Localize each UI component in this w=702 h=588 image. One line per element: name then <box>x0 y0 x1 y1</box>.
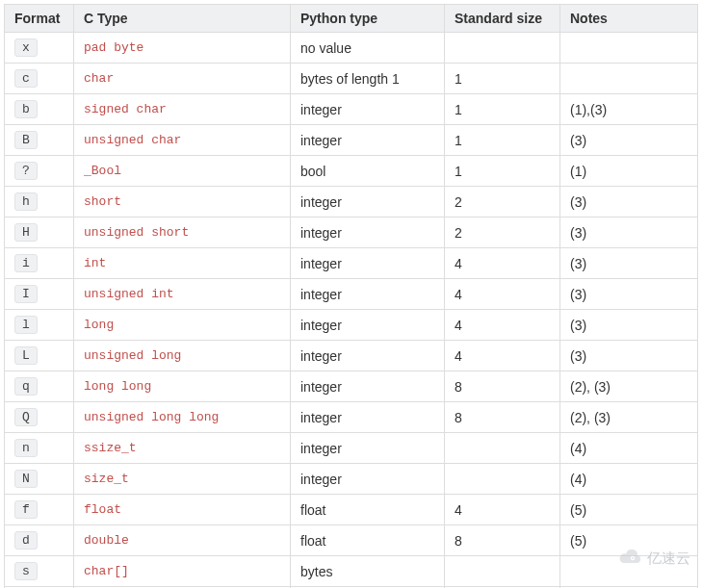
cell-size: 4 <box>445 341 560 371</box>
header-notes: Notes <box>560 5 698 33</box>
cell-format: L <box>5 341 74 371</box>
format-badge: b <box>14 100 38 118</box>
cell-format: n <box>5 433 74 464</box>
table-row: Lunsigned longinteger4(3) <box>5 341 698 371</box>
header-pytype: Python type <box>291 5 445 33</box>
cell-ctype: int <box>74 248 291 279</box>
cell-ctype: _Bool <box>74 156 291 187</box>
cell-size: 4 <box>445 279 560 310</box>
format-badge: I <box>14 285 38 303</box>
cell-ctype: double <box>74 525 291 556</box>
cell-size: 1 <box>445 156 560 187</box>
cell-format: i <box>5 248 74 279</box>
cell-pytype: integer <box>291 187 445 217</box>
format-badge: N <box>14 470 38 488</box>
format-badge: l <box>14 316 38 334</box>
table-row: bsigned charinteger1(1),(3) <box>5 94 698 125</box>
cell-format: l <box>5 310 74 341</box>
cell-size: 2 <box>445 187 560 217</box>
cell-ctype: unsigned int <box>74 279 291 310</box>
cell-ctype: unsigned char <box>74 125 291 156</box>
cell-notes: (2), (3) <box>560 402 698 433</box>
cell-pytype: bytes of length 1 <box>291 64 445 94</box>
table-row: ?_Boolbool1(1) <box>5 156 698 187</box>
cell-notes: (5) <box>560 525 698 556</box>
cell-notes <box>560 33 698 64</box>
format-badge: x <box>14 38 38 57</box>
cell-format: ? <box>5 156 74 187</box>
format-badge: s <box>14 562 38 580</box>
table-row: ffloatfloat4(5) <box>5 495 698 525</box>
cell-notes: (3) <box>560 217 698 248</box>
cell-notes: (3) <box>560 187 698 217</box>
cell-format: b <box>5 94 74 125</box>
format-badge: ? <box>14 162 38 180</box>
cell-format: h <box>5 187 74 217</box>
cell-size: 8 <box>445 402 560 433</box>
cell-ctype: float <box>74 495 291 525</box>
cell-size <box>445 433 560 464</box>
cell-format: I <box>5 279 74 310</box>
cell-size: 8 <box>445 525 560 556</box>
cell-format: x <box>5 33 74 64</box>
table-row: xpad byteno value <box>5 33 698 64</box>
cell-pytype: bool <box>291 156 445 187</box>
cell-size: 1 <box>445 125 560 156</box>
cell-ctype: signed char <box>74 94 291 125</box>
cell-size: 4 <box>445 310 560 341</box>
cell-pytype: integer <box>291 371 445 402</box>
header-format: Format <box>5 5 74 33</box>
table-row: qlong longinteger8(2), (3) <box>5 371 698 402</box>
format-badge: f <box>14 500 38 519</box>
cell-size <box>445 556 560 587</box>
cell-pytype: integer <box>291 402 445 433</box>
cell-notes: (3) <box>560 279 698 310</box>
cell-pytype: float <box>291 525 445 556</box>
cell-pytype: integer <box>291 125 445 156</box>
cell-format: Q <box>5 402 74 433</box>
cell-notes: (1) <box>560 156 698 187</box>
header-ctype: C Type <box>74 5 291 33</box>
table-header-row: Format C Type Python type Standard size … <box>5 5 698 33</box>
format-badge: d <box>14 531 38 550</box>
format-badge: Q <box>14 408 38 426</box>
cell-size: 2 <box>445 217 560 248</box>
table-row: Bunsigned charinteger1(3) <box>5 125 698 156</box>
table-row: Qunsigned long longinteger8(2), (3) <box>5 402 698 433</box>
cell-ctype: pad byte <box>74 33 291 64</box>
table-row: Nsize_tinteger(4) <box>5 464 698 495</box>
format-badge: n <box>14 439 38 457</box>
cell-ctype: char[] <box>74 556 291 587</box>
cell-notes: (3) <box>560 125 698 156</box>
cell-pytype: integer <box>291 279 445 310</box>
cell-pytype: float <box>291 495 445 525</box>
cell-notes <box>560 556 698 587</box>
cell-pytype: integer <box>291 94 445 125</box>
cell-ctype: unsigned long <box>74 341 291 371</box>
header-size: Standard size <box>445 5 560 33</box>
cell-format: q <box>5 371 74 402</box>
cell-format: H <box>5 217 74 248</box>
cell-pytype: integer <box>291 464 445 495</box>
format-badge: i <box>14 254 38 272</box>
cell-notes: (4) <box>560 433 698 464</box>
cell-ctype: short <box>74 187 291 217</box>
format-badge: q <box>14 377 38 396</box>
cell-ctype: size_t <box>74 464 291 495</box>
table-row: nssize_tinteger(4) <box>5 433 698 464</box>
cell-size: 8 <box>445 371 560 402</box>
table-row: ddoublefloat8(5) <box>5 525 698 556</box>
cell-format: d <box>5 525 74 556</box>
table-row: llonginteger4(3) <box>5 310 698 341</box>
cell-notes: (3) <box>560 248 698 279</box>
table-row: hshortinteger2(3) <box>5 187 698 217</box>
cell-ctype: long <box>74 310 291 341</box>
cell-size: 4 <box>445 495 560 525</box>
table-row: Hunsigned shortinteger2(3) <box>5 217 698 248</box>
format-badge: B <box>14 131 38 149</box>
cell-ctype: ssize_t <box>74 433 291 464</box>
cell-pytype: no value <box>291 33 445 64</box>
cell-notes: (2), (3) <box>560 371 698 402</box>
table-row: iintinteger4(3) <box>5 248 698 279</box>
cell-pytype: integer <box>291 248 445 279</box>
